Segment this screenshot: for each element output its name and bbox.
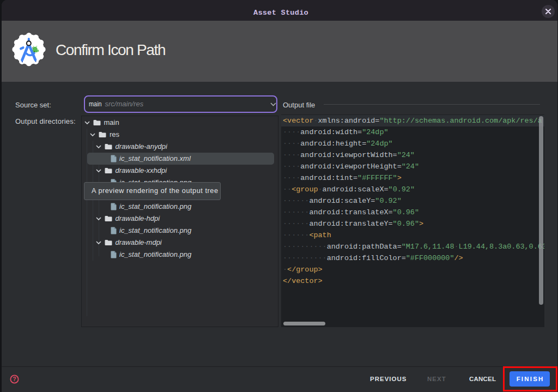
svg-text:?: ?	[13, 376, 16, 382]
